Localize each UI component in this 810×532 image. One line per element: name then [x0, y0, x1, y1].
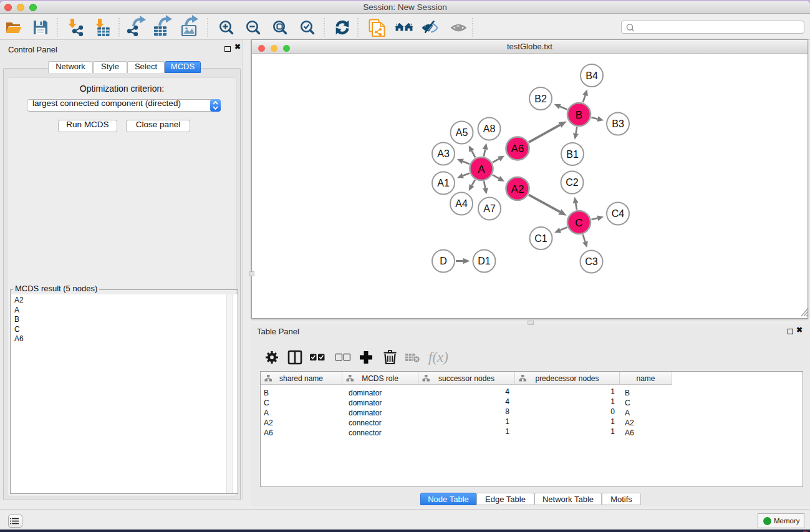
svg-text:C: C [575, 217, 582, 229]
svg-text:B3: B3 [612, 118, 624, 129]
svg-text:B1: B1 [566, 149, 579, 160]
svg-text:D1: D1 [478, 256, 491, 266]
svg-text:C2: C2 [566, 177, 579, 188]
svg-text:A1: A1 [437, 178, 450, 188]
svg-text:A6: A6 [511, 143, 524, 155]
svg-text:D: D [440, 256, 447, 266]
svg-text:A: A [478, 163, 485, 175]
svg-text:A4: A4 [455, 198, 468, 209]
svg-text:C1: C1 [534, 233, 547, 244]
svg-text:A8: A8 [483, 123, 496, 134]
svg-text:B4: B4 [586, 70, 598, 81]
svg-text:B2: B2 [534, 94, 547, 104]
svg-text:A3: A3 [437, 148, 450, 159]
svg-text:A5: A5 [456, 127, 468, 138]
svg-text:A7: A7 [483, 203, 496, 214]
svg-text:f(x): f(x) [428, 349, 448, 365]
svg-text:C3: C3 [585, 256, 598, 267]
svg-text:C4: C4 [612, 208, 625, 219]
svg-text:B: B [576, 109, 582, 121]
svg-text:A2: A2 [511, 183, 524, 195]
